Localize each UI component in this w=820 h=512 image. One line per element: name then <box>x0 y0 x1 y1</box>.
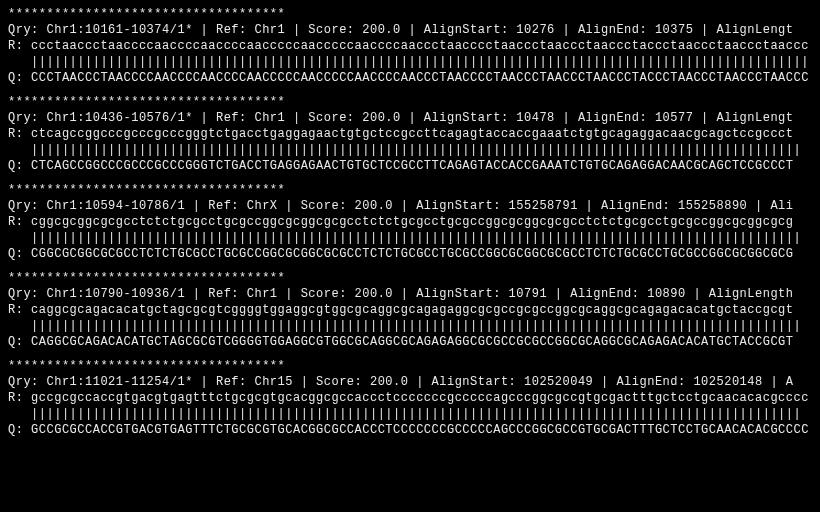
alignment-header: Qry: Chr1:10161-10374/1* | Ref: Chr1 | S… <box>8 22 812 38</box>
reference-sequence: R: ctcagccggcccgcccgcccgggtctgacctgaggag… <box>8 126 812 142</box>
alignment-block: ************************************ Qry… <box>8 358 812 438</box>
match-line: ||||||||||||||||||||||||||||||||||||||||… <box>8 406 812 422</box>
alignment-block: ************************************ Qry… <box>8 270 812 350</box>
separator-line: ************************************ <box>8 358 812 374</box>
alignment-header: Qry: Chr1:10436-10576/1* | Ref: Chr1 | S… <box>8 110 812 126</box>
query-sequence: Q: CTCAGCCGGCCCGCCCGCCCGGGTCTGACCTGAGGAG… <box>8 158 812 174</box>
match-line: ||||||||||||||||||||||||||||||||||||||||… <box>8 318 812 334</box>
separator-line: ************************************ <box>8 94 812 110</box>
reference-sequence: R: cggcgcggcgcgcctctctgcgcctgcgccggcgcgg… <box>8 214 812 230</box>
query-sequence: Q: GCCGCGCCACCGTGACGTGAGTTTCTGCGCGTGCACG… <box>8 422 812 438</box>
alignment-header: Qry: Chr1:11021-11254/1* | Ref: Chr15 | … <box>8 374 812 390</box>
alignment-block: ************************************ Qry… <box>8 182 812 262</box>
reference-sequence: R: gccgcgccaccgtgacgtgagtttctgcgcgtgcacg… <box>8 390 812 406</box>
alignment-header: Qry: Chr1:10594-10786/1 | Ref: ChrX | Sc… <box>8 198 812 214</box>
separator-line: ************************************ <box>8 270 812 286</box>
match-line: ||||||||||||||||||||||||||||||||||||||||… <box>8 142 812 158</box>
match-line: ||||||||||||||||||||||||||||||||||||||||… <box>8 54 812 70</box>
reference-sequence: R: ccctaaccctaaccccaaccccaaccccaacccccaa… <box>8 38 812 54</box>
match-line: ||||||||||||||||||||||||||||||||||||||||… <box>8 230 812 246</box>
separator-line: ************************************ <box>8 182 812 198</box>
alignment-block: ************************************ Qry… <box>8 94 812 174</box>
query-sequence: Q: CAGGCGCAGACACATGCTAGCGCGTCGGGGTGGAGGC… <box>8 334 812 350</box>
separator-line: ************************************ <box>8 6 812 22</box>
reference-sequence: R: caggcgcagacacatgctagcgcgtcggggtggaggc… <box>8 302 812 318</box>
query-sequence: Q: CGGCGCGGCGCGCCTCTCTGCGCCTGCGCCGGCGCGG… <box>8 246 812 262</box>
alignment-header: Qry: Chr1:10790-10936/1 | Ref: Chr1 | Sc… <box>8 286 812 302</box>
alignment-block: ************************************ Qry… <box>8 6 812 86</box>
query-sequence: Q: CCCTAACCCTAACCCCAACCCCAACCCCAACCCCCAA… <box>8 70 812 86</box>
terminal-output: ************************************ Qry… <box>0 0 820 452</box>
